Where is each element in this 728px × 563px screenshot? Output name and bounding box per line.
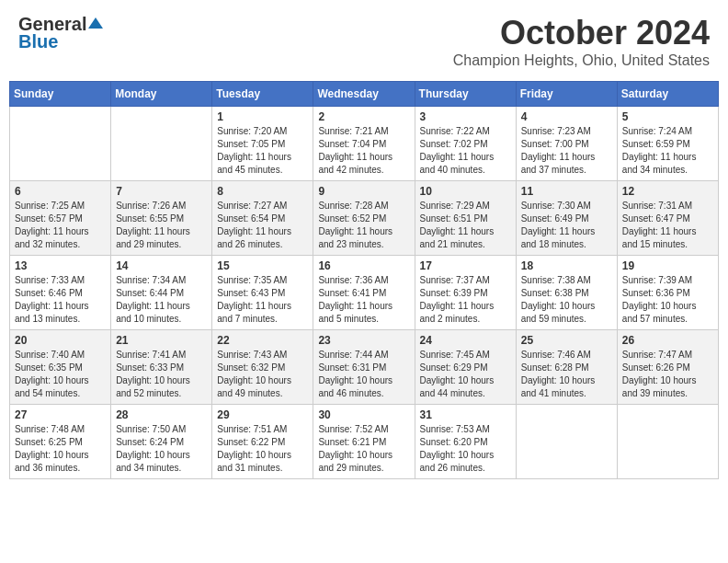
day-number: 12 <box>622 185 713 198</box>
table-cell: 20Sunrise: 7:40 AM Sunset: 6:35 PM Dayli… <box>10 330 111 405</box>
day-info: Sunrise: 7:22 AM Sunset: 7:02 PM Dayligh… <box>420 125 511 177</box>
day-number: 10 <box>420 185 511 198</box>
table-cell: 28Sunrise: 7:50 AM Sunset: 6:24 PM Dayli… <box>111 405 212 479</box>
table-cell: 24Sunrise: 7:45 AM Sunset: 6:29 PM Dayli… <box>415 330 516 405</box>
day-number: 5 <box>622 110 713 123</box>
table-cell <box>111 107 212 181</box>
table-cell: 2Sunrise: 7:21 AM Sunset: 7:04 PM Daylig… <box>313 107 415 181</box>
day-info: Sunrise: 7:52 AM Sunset: 6:21 PM Dayligh… <box>318 423 409 475</box>
table-cell: 23Sunrise: 7:44 AM Sunset: 6:31 PM Dayli… <box>313 330 415 405</box>
calendar-table: Sunday Monday Tuesday Wednesday Thursday… <box>9 81 719 479</box>
table-cell <box>10 107 111 181</box>
calendar-week-5: 27Sunrise: 7:48 AM Sunset: 6:25 PM Dayli… <box>10 405 719 479</box>
table-cell: 13Sunrise: 7:33 AM Sunset: 6:46 PM Dayli… <box>10 256 111 330</box>
table-cell: 29Sunrise: 7:51 AM Sunset: 6:22 PM Dayli… <box>212 405 313 479</box>
day-info: Sunrise: 7:50 AM Sunset: 6:24 PM Dayligh… <box>116 423 207 475</box>
col-friday: Friday <box>516 82 617 107</box>
calendar-week-3: 13Sunrise: 7:33 AM Sunset: 6:46 PM Dayli… <box>10 256 719 330</box>
day-number: 3 <box>420 110 511 123</box>
table-cell: 3Sunrise: 7:22 AM Sunset: 7:02 PM Daylig… <box>415 107 516 181</box>
day-number: 25 <box>521 334 612 347</box>
day-number: 6 <box>15 185 106 198</box>
table-cell: 31Sunrise: 7:53 AM Sunset: 6:20 PM Dayli… <box>415 405 516 479</box>
day-number: 8 <box>217 185 308 198</box>
day-number: 31 <box>420 408 511 421</box>
day-info: Sunrise: 7:47 AM Sunset: 6:26 PM Dayligh… <box>622 349 713 400</box>
table-cell: 6Sunrise: 7:25 AM Sunset: 6:57 PM Daylig… <box>10 181 111 256</box>
day-info: Sunrise: 7:38 AM Sunset: 6:38 PM Dayligh… <box>521 274 612 326</box>
day-number: 28 <box>116 408 207 421</box>
day-info: Sunrise: 7:34 AM Sunset: 6:44 PM Dayligh… <box>116 274 207 326</box>
day-info: Sunrise: 7:53 AM Sunset: 6:20 PM Dayligh… <box>420 423 511 475</box>
day-info: Sunrise: 7:24 AM Sunset: 6:59 PM Dayligh… <box>622 125 713 177</box>
day-number: 20 <box>15 334 106 347</box>
col-sunday: Sunday <box>10 82 111 107</box>
day-info: Sunrise: 7:43 AM Sunset: 6:32 PM Dayligh… <box>217 349 308 400</box>
day-info: Sunrise: 7:23 AM Sunset: 7:00 PM Dayligh… <box>521 125 612 177</box>
table-cell: 1Sunrise: 7:20 AM Sunset: 7:05 PM Daylig… <box>212 107 313 181</box>
col-thursday: Thursday <box>415 82 516 107</box>
table-cell: 7Sunrise: 7:26 AM Sunset: 6:55 PM Daylig… <box>111 181 212 256</box>
title-section: October 2024 Champion Heights, Ohio, Uni… <box>453 14 710 69</box>
day-info: Sunrise: 7:31 AM Sunset: 6:47 PM Dayligh… <box>622 200 713 251</box>
calendar-week-1: 1Sunrise: 7:20 AM Sunset: 7:05 PM Daylig… <box>10 107 719 181</box>
day-info: Sunrise: 7:39 AM Sunset: 6:36 PM Dayligh… <box>622 274 713 326</box>
day-number: 15 <box>217 259 308 272</box>
col-tuesday: Tuesday <box>212 82 313 107</box>
day-info: Sunrise: 7:26 AM Sunset: 6:55 PM Dayligh… <box>116 200 207 251</box>
day-number: 2 <box>318 110 409 123</box>
day-number: 1 <box>217 110 308 123</box>
table-cell: 5Sunrise: 7:24 AM Sunset: 6:59 PM Daylig… <box>617 107 718 181</box>
day-info: Sunrise: 7:44 AM Sunset: 6:31 PM Dayligh… <box>318 349 409 400</box>
day-info: Sunrise: 7:27 AM Sunset: 6:54 PM Dayligh… <box>217 200 308 251</box>
day-info: Sunrise: 7:20 AM Sunset: 7:05 PM Dayligh… <box>217 125 308 177</box>
day-info: Sunrise: 7:45 AM Sunset: 6:29 PM Dayligh… <box>420 349 511 400</box>
day-number: 23 <box>318 334 409 347</box>
table-cell: 15Sunrise: 7:35 AM Sunset: 6:43 PM Dayli… <box>212 256 313 330</box>
month-title: October 2024 <box>453 14 710 52</box>
day-number: 27 <box>15 408 106 421</box>
svg-marker-0 <box>88 17 103 29</box>
day-number: 17 <box>420 259 511 272</box>
day-info: Sunrise: 7:30 AM Sunset: 6:49 PM Dayligh… <box>521 200 612 251</box>
day-number: 24 <box>420 334 511 347</box>
table-cell: 9Sunrise: 7:28 AM Sunset: 6:52 PM Daylig… <box>313 181 415 256</box>
table-cell: 10Sunrise: 7:29 AM Sunset: 6:51 PM Dayli… <box>415 181 516 256</box>
day-number: 7 <box>116 185 207 198</box>
day-number: 26 <box>622 334 713 347</box>
day-number: 11 <box>521 185 612 198</box>
table-cell <box>617 405 718 479</box>
day-number: 18 <box>521 259 612 272</box>
table-cell: 18Sunrise: 7:38 AM Sunset: 6:38 PM Dayli… <box>516 256 617 330</box>
day-info: Sunrise: 7:35 AM Sunset: 6:43 PM Dayligh… <box>217 274 308 326</box>
col-wednesday: Wednesday <box>313 82 415 107</box>
table-cell: 30Sunrise: 7:52 AM Sunset: 6:21 PM Dayli… <box>313 405 415 479</box>
table-cell: 21Sunrise: 7:41 AM Sunset: 6:33 PM Dayli… <box>111 330 212 405</box>
day-info: Sunrise: 7:37 AM Sunset: 6:39 PM Dayligh… <box>420 274 511 326</box>
table-cell: 14Sunrise: 7:34 AM Sunset: 6:44 PM Dayli… <box>111 256 212 330</box>
table-cell: 26Sunrise: 7:47 AM Sunset: 6:26 PM Dayli… <box>617 330 718 405</box>
table-cell: 16Sunrise: 7:36 AM Sunset: 6:41 PM Dayli… <box>313 256 415 330</box>
day-number: 21 <box>116 334 207 347</box>
table-cell: 19Sunrise: 7:39 AM Sunset: 6:36 PM Dayli… <box>617 256 718 330</box>
day-info: Sunrise: 7:25 AM Sunset: 6:57 PM Dayligh… <box>15 200 106 251</box>
day-number: 16 <box>318 259 409 272</box>
page-header: General Blue October 2024 Champion Heigh… <box>9 9 719 74</box>
day-info: Sunrise: 7:36 AM Sunset: 6:41 PM Dayligh… <box>318 274 409 326</box>
calendar-week-4: 20Sunrise: 7:40 AM Sunset: 6:35 PM Dayli… <box>10 330 719 405</box>
logo-blue-text: Blue <box>18 31 58 52</box>
table-cell: 25Sunrise: 7:46 AM Sunset: 6:28 PM Dayli… <box>516 330 617 405</box>
col-monday: Monday <box>111 82 212 107</box>
day-number: 13 <box>15 259 106 272</box>
day-number: 14 <box>116 259 207 272</box>
location-title: Champion Heights, Ohio, United States <box>453 52 710 69</box>
day-info: Sunrise: 7:29 AM Sunset: 6:51 PM Dayligh… <box>420 200 511 251</box>
logo-triangle-icon <box>88 16 103 34</box>
day-info: Sunrise: 7:48 AM Sunset: 6:25 PM Dayligh… <box>15 423 106 475</box>
day-number: 4 <box>521 110 612 123</box>
day-number: 30 <box>318 408 409 421</box>
table-cell <box>516 405 617 479</box>
day-info: Sunrise: 7:40 AM Sunset: 6:35 PM Dayligh… <box>15 349 106 400</box>
logo: General Blue <box>18 14 103 52</box>
day-info: Sunrise: 7:21 AM Sunset: 7:04 PM Dayligh… <box>318 125 409 177</box>
